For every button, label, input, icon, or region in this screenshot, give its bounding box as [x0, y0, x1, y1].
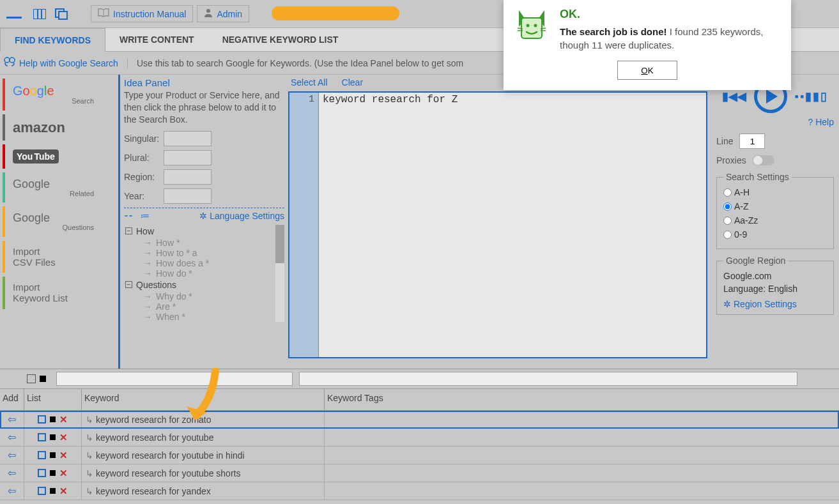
sidebar-google-search[interactable]: Google Search	[3, 79, 118, 111]
admin-button[interactable]: Admin	[197, 5, 249, 22]
year-input[interactable]	[164, 188, 212, 204]
editor-area: Select All Clear 1 keyword research for …	[284, 75, 711, 369]
col-header-add[interactable]: Add	[0, 389, 24, 410]
sidebar-import-keyword-list[interactable]: Import Keyword List	[3, 277, 118, 309]
result-row[interactable]: ⇦✕↳ keyword research for zomato	[0, 411, 839, 429]
proxies-toggle[interactable]	[753, 155, 774, 165]
radio-az[interactable]: A-Z	[723, 201, 774, 211]
ok-button[interactable]: OK	[617, 61, 677, 80]
arrow-icon: →	[143, 302, 152, 312]
filter-tags-input[interactable]	[299, 372, 797, 386]
row-checkbox[interactable]	[38, 487, 46, 495]
row-dot-icon[interactable]	[50, 452, 56, 458]
tree-item[interactable]: →Are *	[124, 302, 284, 312]
col-header-tags[interactable]: Keyword Tags	[325, 389, 839, 410]
add-arrow-icon[interactable]: ⇦	[0, 464, 24, 482]
line-input[interactable]	[739, 134, 765, 149]
editor-gutter: 1	[289, 93, 319, 357]
row-checkbox[interactable]	[38, 433, 46, 441]
import-csv-line2: CSV Files	[13, 257, 113, 268]
radio-ah[interactable]: A-H	[723, 187, 774, 197]
tree-item[interactable]: →When *	[124, 312, 284, 322]
tab-find-keywords[interactable]: FIND KEYWORDS	[0, 28, 105, 52]
sidebar-google-related[interactable]: Google Related	[3, 172, 118, 202]
idea-tree: −How →How * →How to * a →How does a * →H…	[124, 225, 284, 322]
duplicate-icon[interactable]	[52, 5, 70, 23]
seek-back-icon[interactable]: ▮◀◀	[722, 89, 746, 103]
clear-link[interactable]: Clear	[342, 77, 363, 88]
layout-columns-icon[interactable]	[31, 5, 49, 23]
row-dot-icon[interactable]	[50, 434, 56, 440]
svg-rect-4	[59, 11, 67, 19]
tree-item[interactable]: →How to * a	[124, 248, 284, 258]
sidebar-google-questions[interactable]: Google Questions	[3, 206, 118, 236]
filter-keyword-input[interactable]	[56, 372, 293, 386]
gear-icon: ✲	[723, 299, 731, 309]
search-editor[interactable]: 1 keyword research for Z	[288, 91, 707, 358]
list-cell: ✕	[24, 429, 82, 446]
keyword-text: keyword research for yandex	[96, 486, 211, 496]
filter-checkbox[interactable]	[27, 374, 36, 383]
row-dot-icon[interactable]	[50, 488, 56, 494]
row-dot-icon[interactable]	[50, 416, 56, 422]
add-arrow-icon[interactable]: ⇦	[0, 411, 24, 428]
svg-rect-9	[521, 18, 542, 38]
result-row[interactable]: ⇦✕↳ keyword research for youtube in hind…	[0, 447, 839, 464]
row-checkbox[interactable]	[38, 415, 46, 424]
tree-item[interactable]: →Why do *	[124, 291, 284, 302]
tree-questions[interactable]: −Questions	[124, 279, 284, 291]
row-delete-icon[interactable]: ✕	[59, 468, 68, 479]
search-settings-legend: Search Settings	[723, 172, 792, 182]
radio-aazz[interactable]: Aa-Zz	[723, 215, 774, 225]
sidebar-amazon[interactable]: amazon	[3, 114, 118, 141]
list-view-icon[interactable]: ⁃⁃ ≔	[124, 211, 150, 221]
tree-item[interactable]: →How *	[124, 238, 284, 248]
results-filter-bar	[0, 369, 839, 389]
col-header-list[interactable]: List	[24, 389, 82, 410]
sidebar-import-csv[interactable]: Import CSV Files	[3, 241, 118, 273]
add-arrow-icon[interactable]: ⇦	[0, 447, 24, 464]
gear-icon: ✲	[199, 211, 207, 221]
tree-scrollbar[interactable]	[275, 225, 284, 322]
result-row[interactable]: ⇦✕↳ keyword research for yandex	[0, 482, 839, 500]
row-delete-icon[interactable]: ✕	[59, 432, 68, 443]
select-all-link[interactable]: Select All	[291, 77, 328, 88]
bars-icon[interactable]: ▪▪▮▮▯	[795, 89, 829, 103]
collapse-icon[interactable]: −	[125, 281, 132, 288]
plural-input[interactable]	[164, 150, 212, 165]
singular-input[interactable]	[164, 131, 212, 146]
tree-how[interactable]: −How	[124, 225, 284, 238]
row-checkbox[interactable]	[38, 469, 46, 477]
row-dot-icon[interactable]	[50, 470, 56, 476]
list-cell: ✕	[24, 447, 82, 464]
radio-09[interactable]: 0-9	[723, 229, 774, 240]
tree-item[interactable]: →How does a *	[124, 258, 284, 268]
row-delete-icon[interactable]: ✕	[59, 450, 68, 461]
tab-write-content[interactable]: WRITE CONTENT	[105, 28, 208, 51]
region-input[interactable]	[164, 169, 212, 185]
row-checkbox[interactable]	[38, 451, 46, 459]
result-row[interactable]: ⇦✕↳ keyword research for youtube	[0, 429, 839, 447]
result-row[interactable]: ⇦✕↳ keyword research for youtube shorts	[0, 464, 839, 482]
svg-line-14	[541, 28, 546, 29]
region-settings-link[interactable]: ✲Region Settings	[723, 299, 827, 309]
help-link-right[interactable]: ? Help	[808, 117, 834, 127]
add-arrow-icon[interactable]: ⇦	[0, 482, 24, 500]
add-arrow-icon[interactable]: ⇦	[0, 429, 24, 446]
filter-black-square[interactable]	[40, 376, 46, 382]
tab-negative-keywords[interactable]: NEGATIVE KEYWORD LIST	[208, 28, 353, 51]
editor-content[interactable]: keyword research for Z	[319, 93, 706, 357]
tree-item[interactable]: →How do *	[124, 268, 284, 279]
row-delete-icon[interactable]: ✕	[59, 485, 68, 497]
arrow-icon: →	[143, 312, 152, 322]
language-settings-link[interactable]: ✲Language Settings	[199, 211, 284, 221]
row-delete-icon[interactable]: ✕	[59, 414, 68, 425]
instruction-manual-button[interactable]: Instruction Manual	[91, 5, 193, 22]
sidebar-youtube[interactable]: YouTube	[3, 144, 118, 169]
collapse-icon[interactable]: −	[125, 227, 132, 234]
idea-panel-desc: Type your Product or Service here, and t…	[124, 89, 284, 126]
help-link[interactable]: Help with Google Search	[4, 57, 118, 69]
youtube-logo-1: You	[13, 149, 36, 164]
svg-rect-0	[33, 9, 46, 19]
minimize-icon[interactable]	[6, 16, 22, 19]
